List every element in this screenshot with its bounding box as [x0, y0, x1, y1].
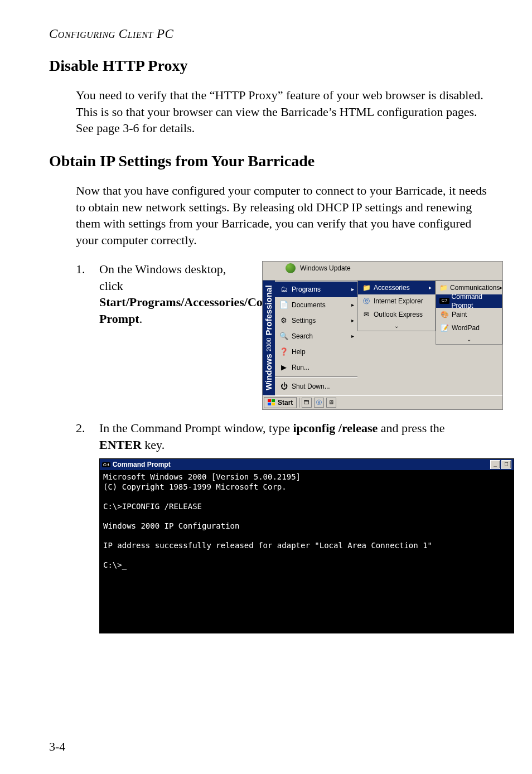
programs-icon: 🗂	[278, 284, 289, 294]
shutdown-icon: ⏻	[278, 381, 289, 391]
command-prompt-title: Command Prompt	[113, 461, 171, 468]
menu-label: Shut Down...	[292, 382, 330, 391]
submenu-arrow-icon: ▸	[351, 301, 354, 309]
folder-icon: 📁	[439, 283, 448, 292]
accessories-submenu: 📁 Communications ▸ C:\ Command Prompt 🎨 …	[436, 280, 502, 345]
documents-icon: 📄	[278, 300, 289, 310]
startmenu-main-column: 🗂 Programs ▸ 📄 Documents ▸ ⚙ Settings	[275, 280, 357, 395]
outlook-icon: ✉	[361, 310, 371, 319]
cmd-line: C:\>IPCONFIG /RELEASE	[103, 502, 202, 511]
cmd-icon: C:\	[439, 298, 449, 304]
submenu-arrow-icon: ▸	[351, 317, 354, 325]
command-prompt-titlebar[interactable]: C:\ Command Prompt _ □	[100, 459, 514, 470]
menu-item-run[interactable]: ▶ Run...	[275, 360, 357, 375]
step2-text: In the Command Prompt window, type ipcon…	[99, 420, 487, 453]
run-icon: ▶	[278, 362, 289, 373]
submenu-label: WordPad	[452, 323, 480, 332]
step2-mid: and press the	[378, 421, 444, 435]
command-prompt-window: C:\ Command Prompt _ □ Microsoft Windows…	[99, 458, 514, 633]
menu-separator	[275, 376, 357, 378]
submenu-arrow-icon: ▸	[500, 284, 502, 292]
menu-label: Settings	[292, 316, 316, 325]
menu-label: Documents	[292, 301, 326, 309]
quicklaunch-desktop-icon[interactable]: 🖥	[326, 398, 336, 408]
windows-update-icon	[286, 263, 296, 273]
menu-label: Run...	[292, 363, 309, 372]
submenu-item-paint[interactable]: 🎨 Paint	[436, 308, 502, 321]
submenu-item-ie[interactable]: ⓔ Internet Explorer	[358, 294, 435, 308]
windows-update-item[interactable]: Windows Update	[263, 262, 502, 280]
submenu-label: Accessories	[374, 283, 410, 292]
submenu-item-accessories[interactable]: 📁 Accessories ▸	[358, 281, 435, 294]
maximize-button[interactable]: □	[501, 460, 511, 469]
quicklaunch-icon[interactable]: 🗔	[302, 398, 312, 408]
cmd-line: IP address successfully released for ada…	[103, 541, 432, 550]
menu-item-search[interactable]: 🔍 Search ▸	[275, 328, 357, 344]
step1-post: .	[139, 312, 143, 326]
ie-icon: ⓔ	[361, 297, 371, 306]
submenu-item-command-prompt[interactable]: C:\ Command Prompt	[436, 294, 502, 308]
expand-chevron-icon[interactable]: ⌄	[358, 321, 435, 331]
windows-update-label: Windows Update	[300, 264, 351, 273]
menu-item-help[interactable]: ❓ Help	[275, 344, 357, 360]
startmenu-screenshot: Windows Update Windows 2000 Professional…	[262, 261, 503, 410]
search-icon: 🔍	[278, 331, 289, 341]
menu-label: Programs	[292, 285, 321, 294]
start-button[interactable]: Start	[264, 397, 297, 408]
menu-item-documents[interactable]: 📄 Documents ▸	[275, 297, 357, 313]
cmd-line: Microsoft Windows 2000 [Version 5.00.219…	[103, 472, 301, 481]
minimize-button[interactable]: _	[490, 460, 500, 469]
quicklaunch-ie-icon[interactable]: ⓔ	[314, 398, 324, 408]
step1-number: 1.	[76, 261, 99, 410]
submenu-item-outlook[interactable]: ✉ Outlook Express	[358, 308, 435, 321]
step1-text: On the Windows desktop, click Start/Prog…	[99, 261, 250, 327]
help-icon: ❓	[278, 347, 289, 357]
step2-number: 2.	[76, 420, 99, 453]
programs-submenu: 📁 Accessories ▸ ⓔ Internet Explorer ✉ Ou…	[357, 280, 436, 332]
menu-item-settings[interactable]: ⚙ Settings ▸	[275, 313, 357, 328]
paint-icon: 🎨	[439, 310, 449, 319]
section2-title: Obtain IP Settings from Your Barricade	[49, 152, 487, 170]
cmd-line: (C) Copyright 1985-1999 Microsoft Corp.	[103, 482, 287, 491]
wordpad-icon: 📝	[439, 323, 449, 332]
submenu-label: Paint	[452, 310, 467, 319]
step2-bold1: ipconfig /release	[293, 421, 378, 435]
cmd-line: Windows 2000 IP Configuration	[103, 521, 239, 530]
cmd-prompt-line: C:\>	[103, 560, 127, 569]
section2-body: Now that you have configured your comput…	[76, 182, 487, 249]
windows-flag-icon	[268, 399, 275, 406]
step1-pre: On the Windows desktop, click	[99, 262, 226, 293]
submenu-arrow-icon: ▸	[351, 286, 354, 293]
folder-icon: 📁	[361, 283, 371, 292]
menu-item-shutdown[interactable]: ⏻ Shut Down...	[275, 379, 357, 394]
section1-title: Disable HTTP Proxy	[49, 57, 487, 75]
section1-body: You need to verify that the “HTTP Proxy”…	[76, 87, 487, 137]
startmenu-brand-strip: Windows 2000 Professional	[263, 280, 275, 395]
cmd-icon: C:\	[102, 462, 110, 467]
running-header: Configuring Client PC	[49, 27, 487, 41]
submenu-item-wordpad[interactable]: 📝 WordPad	[436, 321, 502, 335]
menu-label: Search	[292, 332, 313, 341]
command-prompt-body[interactable]: Microsoft Windows 2000 [Version 5.00.219…	[100, 470, 514, 633]
menu-item-programs[interactable]: 🗂 Programs ▸	[275, 282, 357, 297]
step2-pre: In the Command Prompt window, type	[99, 421, 293, 435]
submenu-arrow-icon: ▸	[351, 332, 354, 340]
submenu-label: Communications	[450, 283, 500, 292]
taskbar: Start 🗔 ⓔ 🖥	[263, 395, 502, 409]
menu-label: Help	[292, 347, 306, 356]
submenu-label: Outlook Express	[374, 310, 423, 319]
step2-bold2: ENTER	[99, 438, 142, 452]
submenu-label: Internet Explorer	[374, 297, 423, 306]
submenu-arrow-icon: ▸	[429, 284, 432, 292]
settings-icon: ⚙	[278, 316, 289, 326]
expand-chevron-icon[interactable]: ⌄	[436, 335, 502, 345]
step2-post: key.	[142, 438, 165, 452]
start-label: Start	[278, 398, 293, 407]
page-number: 3-4	[49, 739, 65, 754]
